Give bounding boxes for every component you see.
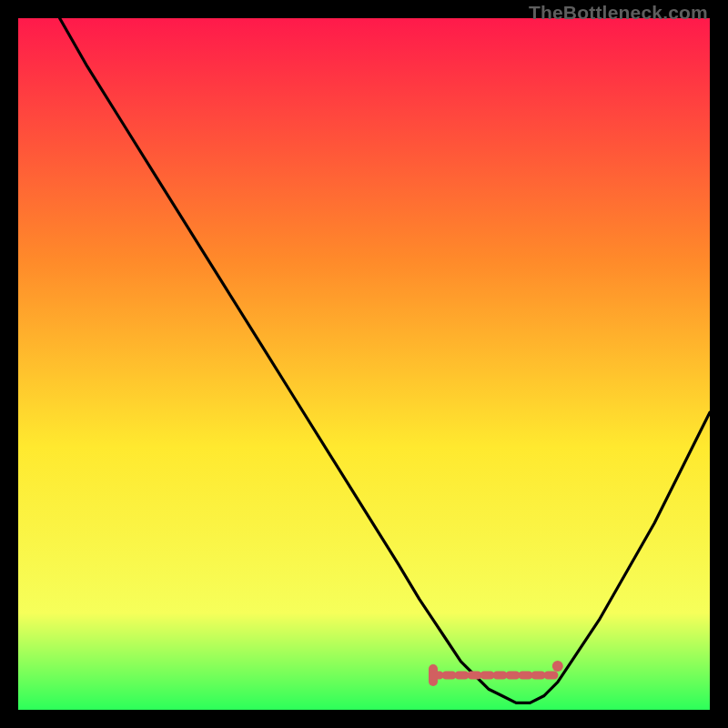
optimal-marker-right-dot (552, 661, 563, 672)
watermark-text: TheBottleneck.com (529, 2, 708, 24)
bottleneck-chart (18, 18, 710, 710)
chart-frame (18, 18, 710, 710)
